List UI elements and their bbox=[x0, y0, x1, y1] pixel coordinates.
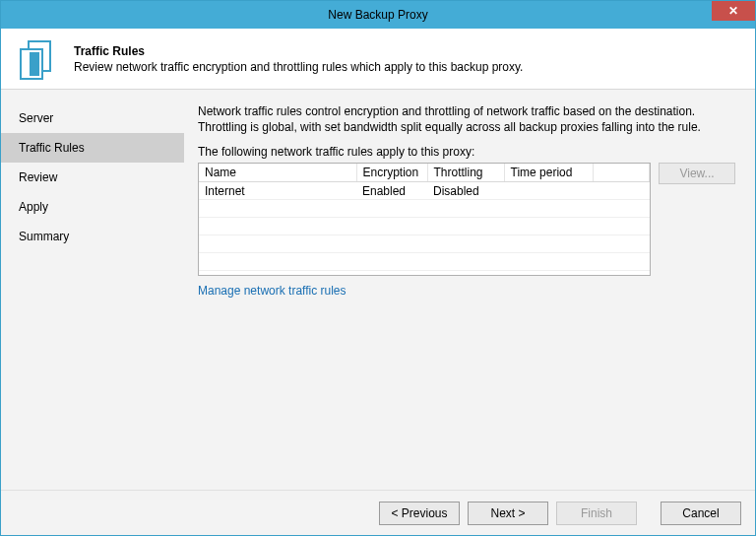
rules-table[interactable]: Name Encryption Throttling Time period I… bbox=[198, 163, 651, 276]
table-label: The following network traffic rules appl… bbox=[198, 145, 741, 159]
step-server[interactable]: Server bbox=[1, 103, 184, 133]
next-button[interactable]: Next > bbox=[468, 502, 548, 525]
step-review[interactable]: Review bbox=[1, 163, 184, 192]
manage-rules-link[interactable]: Manage network traffic rules bbox=[198, 284, 346, 298]
col-throttling[interactable]: Throttling bbox=[427, 164, 504, 182]
cell-time-period bbox=[504, 182, 593, 200]
titlebar: New Backup Proxy ✕ bbox=[1, 1, 755, 29]
table-header-row: Name Encryption Throttling Time period bbox=[199, 164, 650, 182]
table-wrap: Name Encryption Throttling Time period I… bbox=[198, 163, 741, 276]
cancel-button[interactable]: Cancel bbox=[661, 502, 741, 525]
wizard-main: Network traffic rules control encryption… bbox=[184, 90, 755, 490]
table-row: . bbox=[199, 218, 650, 235]
table-row: . bbox=[199, 200, 650, 218]
step-summary[interactable]: Summary bbox=[1, 222, 184, 251]
wizard-header: Traffic Rules Review network traffic enc… bbox=[1, 29, 755, 90]
cell-encryption: Enabled bbox=[356, 182, 427, 200]
table-row: . bbox=[199, 253, 650, 271]
wizard-subtitle: Review network traffic encryption and th… bbox=[74, 60, 747, 74]
table-row: . bbox=[199, 235, 650, 253]
view-button: View... bbox=[659, 163, 735, 184]
table-row[interactable]: Internet Enabled Disabled bbox=[199, 182, 650, 200]
col-name[interactable]: Name bbox=[199, 164, 356, 182]
finish-button: Finish bbox=[556, 502, 637, 525]
wizard-title: Traffic Rules bbox=[74, 44, 747, 58]
window-title: New Backup Proxy bbox=[328, 8, 427, 22]
traffic-rules-icon bbox=[18, 40, 57, 78]
wizard-steps: Server Traffic Rules Review Apply Summar… bbox=[1, 90, 184, 490]
step-traffic-rules[interactable]: Traffic Rules bbox=[1, 133, 184, 163]
wizard-icon-wrap bbox=[1, 40, 74, 78]
step-apply[interactable]: Apply bbox=[1, 192, 184, 222]
col-spacer bbox=[593, 164, 650, 182]
col-encryption[interactable]: Encryption bbox=[356, 164, 427, 182]
intro-text: Network traffic rules control encryption… bbox=[198, 103, 741, 135]
cell-name: Internet bbox=[199, 182, 356, 200]
col-time-period[interactable]: Time period bbox=[504, 164, 593, 182]
cell-throttling: Disabled bbox=[427, 182, 504, 200]
wizard-footer: < Previous Next > Finish Cancel bbox=[1, 490, 755, 535]
previous-button[interactable]: < Previous bbox=[379, 502, 460, 525]
wizard-body: Server Traffic Rules Review Apply Summar… bbox=[1, 90, 755, 490]
close-button[interactable]: ✕ bbox=[712, 1, 755, 21]
wizard-header-text: Traffic Rules Review network traffic enc… bbox=[74, 44, 747, 74]
dialog-window: New Backup Proxy ✕ Traffic Rules Review … bbox=[0, 0, 756, 536]
close-icon: ✕ bbox=[728, 4, 738, 18]
